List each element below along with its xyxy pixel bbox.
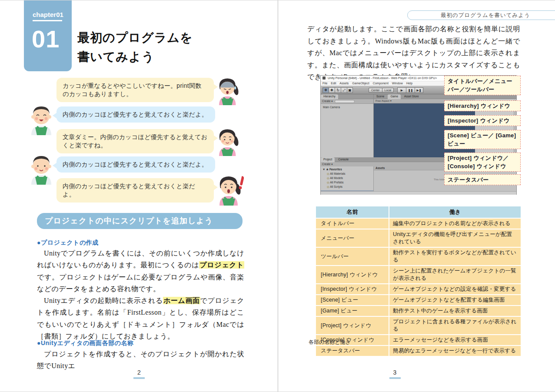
body-paragraphs: Unityでプログラムを書くには、その前にいくつか作成しなければいけないものがあ… bbox=[37, 247, 244, 342]
left-page: chapter01 01 最初のプログラムを 書いてみよう カッコが重なるとやや… bbox=[0, 0, 278, 392]
step-icon: ▶❚ bbox=[415, 87, 423, 93]
tab-project: Project bbox=[321, 157, 335, 162]
local-button: Local bbox=[382, 88, 394, 93]
table-cell-name: [Hierarchy] ウィンドウ bbox=[316, 266, 389, 283]
girl-smile-avatar-icon bbox=[214, 125, 243, 157]
table-caption: 各部の名称と働き bbox=[309, 339, 351, 346]
table-cell-name: ツールバー bbox=[316, 248, 389, 265]
page-number-underline bbox=[389, 377, 401, 379]
pause-icon: ❚❚ bbox=[406, 87, 415, 93]
table-row: [Project] ウィンドウプロジェクトに含まれる各種ファイルが表示される bbox=[316, 317, 521, 334]
boy-smile-avatar-icon bbox=[27, 153, 56, 185]
unity-menu-item: Window bbox=[392, 82, 403, 85]
girl-worried-avatar-icon bbox=[214, 74, 243, 106]
table-cell-role: ゲームオブジェクトなどを配置する編集画面 bbox=[389, 295, 521, 305]
page-number-right: 3 bbox=[278, 369, 512, 379]
table-cell-name: [Project] ウィンドウ bbox=[316, 317, 389, 334]
rect-tool-icon: ▣ bbox=[347, 87, 353, 93]
hierarchy-item-main-camera: Main Camera bbox=[321, 104, 373, 110]
favorites-item: All Scripts bbox=[321, 185, 373, 189]
chapter-number: 01 bbox=[32, 25, 60, 53]
table-header-row: 名前 働き bbox=[316, 206, 521, 218]
tab-scene: Scene bbox=[374, 94, 387, 99]
chapter-title-line1: 最初のプログラムを bbox=[77, 31, 193, 44]
project-create-button: Create bbox=[322, 163, 331, 166]
play-controls: ▶ ❚❚ ▶❚ bbox=[397, 87, 423, 93]
table-row: ツールバー動作テストを実行するボタンなどが配置されている bbox=[316, 248, 521, 265]
callout-label: [Project] ウィンドウ／ [Console] ウィンドウ bbox=[444, 153, 521, 172]
callout-label: ステータスバー bbox=[444, 174, 521, 185]
unity-menu-item: GameObject bbox=[352, 82, 369, 85]
table-cell-role: エラーメッセージなどを表示する画面 bbox=[389, 335, 521, 345]
hierarchy-create-button: Create bbox=[322, 100, 331, 103]
rotate-tool-icon: ↻ bbox=[335, 87, 341, 93]
project-tree: ▼ ★ Favorites All MaterialsAll ModelsAll… bbox=[321, 166, 374, 191]
highlight-project: プロジェクト bbox=[199, 261, 244, 269]
table-cell-role: プロジェクトに含まれる各種ファイルが表示される bbox=[389, 317, 521, 334]
unity-menu-item: Help bbox=[406, 82, 412, 85]
chapter-title-line2: 書いてみよう bbox=[77, 50, 154, 63]
free-aspect-dropdown: Free Aspect bbox=[376, 100, 389, 102]
table-cell-role: 簡易的なエラーメッセージなどを一行で表示する bbox=[389, 346, 521, 356]
table-cell-role: ゲームオブジェクトなどの設定を確認・変更する bbox=[389, 284, 521, 294]
hierarchy-panel: Hierarchy Create ▾ Main Camera bbox=[321, 94, 374, 157]
unity-menu-item: Edit bbox=[331, 82, 336, 85]
unity-menu-item: Component bbox=[373, 82, 389, 85]
table-cell-role: Unityエディタの機能を呼び出すメニューが配置されている bbox=[389, 229, 521, 247]
callout-label: [Inspector] ウィンドウ bbox=[444, 115, 521, 126]
table-cell-role: 動作テストを実行するボタンなどが配置されている bbox=[389, 248, 521, 265]
parts-table: 名前 働き タイトルバー編集中のプロジェクトの名前などが表示されるメニューバーU… bbox=[315, 206, 522, 357]
unity-status-bar bbox=[321, 191, 516, 195]
paragraph-2: Unityエディタの起動時に表示されるホーム画面でプロジェクトを作成します。名前… bbox=[37, 295, 244, 342]
unity-menu-item: Assets bbox=[339, 82, 349, 85]
favorites-item: All Materials bbox=[321, 172, 373, 176]
speech-bubble-boy-1: 内側のカッコほど優先すると覚えておくと楽だよ。 bbox=[56, 106, 215, 123]
book-spread: { "colors": { "accent_blue": "#86b4d3", … bbox=[0, 0, 555, 392]
callout-label: タイトルバー／メニューバー／ツールバー bbox=[444, 76, 521, 95]
play-icon: ▶ bbox=[397, 87, 406, 93]
speech-bubble-girl-3: 内側のカッコほど優先すると覚えておくと楽だよ。 bbox=[56, 178, 214, 203]
table-row: ステータスバー簡易的なエラーメッセージなどを一行で表示する bbox=[316, 346, 521, 356]
subsection-project-creation: ●プロジェクトの作成 bbox=[37, 239, 99, 247]
favorites-item: All Prefabs bbox=[321, 180, 373, 185]
callout-label: [Scene] ビュー／ [Game] ビュー bbox=[444, 130, 521, 149]
move-tool-icon: ✚ bbox=[329, 87, 335, 93]
tab-hierarchy: Hierarchy bbox=[321, 94, 338, 99]
column-header-name: 名前 bbox=[316, 206, 389, 218]
section-header: プロジェクトの中にスクリプトを追加しよう bbox=[37, 213, 243, 229]
tab-console: Console bbox=[336, 157, 351, 162]
center-button: Center bbox=[369, 88, 382, 93]
table-row: タイトルバー編集中のプロジェクトの名前などが表示される bbox=[316, 219, 521, 229]
table-cell-role: 編集中のプロジェクトの名前などが表示される bbox=[389, 219, 521, 229]
chapter-title: 最初のプログラムを 書いてみよう bbox=[77, 28, 193, 66]
chapter-label: chapter01 bbox=[33, 11, 62, 21]
table-cell-name: [Scene] ビュー bbox=[316, 295, 389, 305]
callout-label: [Hierarchy] ウィンドウ bbox=[444, 100, 521, 111]
unity-logo-icon bbox=[322, 76, 326, 80]
boy-happy-avatar-icon bbox=[27, 103, 56, 135]
speech-bubble-girl-2: 文章ダミー。内側のカッコほど優先すると覚えておくと楽ですね。 bbox=[56, 129, 214, 153]
table-cell-role: 動作テスト中のゲームを表示する画面 bbox=[389, 306, 521, 316]
speech-bubble-girl-1: カッコが重なるとややこしいですねー。print関数のカッコもありますし。 bbox=[56, 78, 214, 102]
paragraph-3: プロジェクトを作成すると、そのプロジェクトが開かれた状態でUnityエ bbox=[37, 348, 244, 372]
table-cell-name: ステータスバー bbox=[316, 346, 389, 356]
page-number-left: 2 bbox=[0, 369, 278, 379]
highlight-home-screen: ホーム画面 bbox=[163, 297, 200, 304]
favorites-label: Favorites bbox=[329, 168, 342, 171]
subsection-editor-parts: ●Unityエディタの画面各部の名称 bbox=[37, 339, 133, 347]
chapter-number-box: chapter01 01 bbox=[24, 0, 72, 71]
favorites-item: All Models bbox=[321, 176, 373, 180]
column-header-role: 働き bbox=[389, 206, 521, 218]
running-header: 最初のプログラムを書いてみよう bbox=[407, 10, 555, 20]
speech-bubble-boy-2: 内側のカッコほど優先すると覚えておくと楽だよ。 bbox=[56, 156, 215, 173]
unity-transform-tools: ✥ ✚ ↻ ⤢ ▣ bbox=[322, 87, 353, 93]
tab-game: Game bbox=[388, 94, 401, 99]
pan-tool-icon: ✥ bbox=[322, 87, 329, 93]
intro-paragraph: ディタが起動します。ここで画面各部の名称と役割を簡単に説明しておきましょう。Wi… bbox=[307, 23, 520, 83]
table-cell-role: シーン上に配置されたゲームオブジェクトの一覧が表示される bbox=[389, 266, 521, 283]
table-cell-name: [Inspector] ウィンドウ bbox=[316, 284, 389, 294]
pivot-buttons: Center Local bbox=[369, 88, 394, 93]
paragraph-1: Unityでプログラムを書くには、その前にいくつか作成しなければいけないものがあ… bbox=[37, 247, 244, 295]
table-cell-name: [Game] ビュー bbox=[316, 306, 389, 316]
table-row: [Game] ビュー動作テスト中のゲームを表示する画面 bbox=[316, 306, 521, 316]
